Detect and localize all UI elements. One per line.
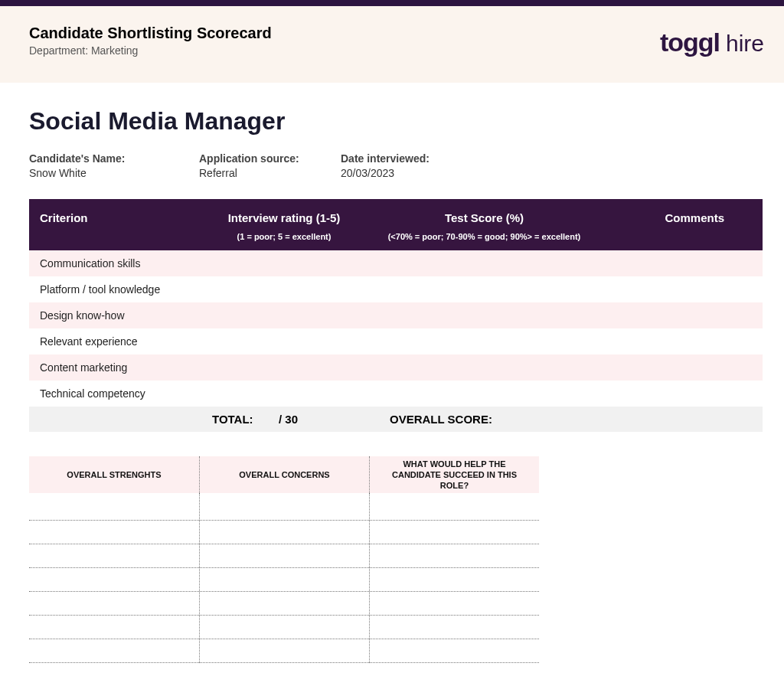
meta-label: Date interviewed: [341,152,494,165]
notes-col-strengths: OVERALL STRENGHTS [29,456,199,493]
criterion-row: Relevant experience [29,328,763,354]
notes-section: OVERALL STRENGHTS OVERALL CONCERNS WHAT … [29,456,539,663]
note-line [29,493,199,521]
meta-value: 20/03/2023 [341,167,494,179]
meta-label: Candidate's Name: [29,152,199,165]
note-line [29,521,199,544]
note-line [370,568,539,592]
criterion-row: Communication skills [29,250,763,276]
rating-hint: (1 = poor; 5 = excellent) [212,232,356,241]
notes-col-help: WHAT WOULD HELP THE CANDIDATE SUCCEED IN… [369,456,539,493]
note-line [370,493,539,521]
candidate-meta: Candidate's Name: Snow White Application… [29,152,764,179]
note-line [29,592,199,616]
total-value: / 30 [279,413,298,426]
note-line [200,592,369,616]
note-line [29,544,199,568]
job-title: Social Media Manager [29,107,764,136]
criterion-row: Content marketing [29,354,763,381]
note-line [370,592,539,616]
scorecard-table: Criterion Interview rating (1-5) Test Sc… [29,199,763,432]
criterion-row: Technical competency [29,381,763,407]
note-line [200,493,369,521]
notes-lines-help [369,493,539,663]
criterion-row: Platform / tool knowledge [29,276,763,302]
note-line [200,616,369,639]
overall-score-label: OVERALL SCORE: [356,413,612,426]
document-body: Social Media Manager Candidate's Name: S… [0,83,784,663]
meta-candidate-name: Candidate's Name: Snow White [29,152,199,179]
meta-value: Referral [199,167,341,179]
scorecard-header-row: Criterion Interview rating (1-5) Test Sc… [29,199,763,232]
col-comments: Comments [612,211,752,224]
brand-logo: toggl hire [660,29,764,57]
note-line [370,521,539,544]
meta-application-source: Application source: Referral [199,152,341,179]
scorecard-total-row: TOTAL: / 30 OVERALL SCORE: [29,407,763,432]
logo-brand-text: toggl [660,29,720,55]
notes-lines-concerns [199,493,369,663]
test-hint: (<70% = poor; 70-90% = good; 90%> = exce… [356,232,612,241]
col-interview-rating: Interview rating (1-5) [212,211,356,224]
meta-value: Snow White [29,167,199,179]
document-header: Candidate Shortlisting Scorecard Departm… [0,6,784,83]
meta-label: Application source: [199,152,341,165]
criterion-row: Design know-how [29,302,763,328]
note-line [200,544,369,568]
note-line [200,521,369,544]
meta-date-interviewed: Date interviewed: 20/03/2023 [341,152,494,179]
note-line [29,639,199,663]
note-line [200,639,369,663]
top-accent-bar [0,0,784,6]
notes-col-concerns: OVERALL CONCERNS [199,456,369,493]
scorecard-header-hints: (1 = poor; 5 = excellent) (<70% = poor; … [29,232,763,250]
note-line [29,568,199,592]
col-criterion: Criterion [40,211,212,224]
note-line [29,616,199,639]
total-label: TOTAL: [212,413,253,426]
col-test-score: Test Score (%) [356,211,612,224]
note-line [370,616,539,639]
notes-body [29,493,539,663]
notes-header-row: OVERALL STRENGHTS OVERALL CONCERNS WHAT … [29,456,539,493]
note-line [370,544,539,568]
logo-product-text: hire [726,31,764,57]
notes-lines-strengths [29,493,199,663]
note-line [370,639,539,663]
note-line [200,568,369,592]
